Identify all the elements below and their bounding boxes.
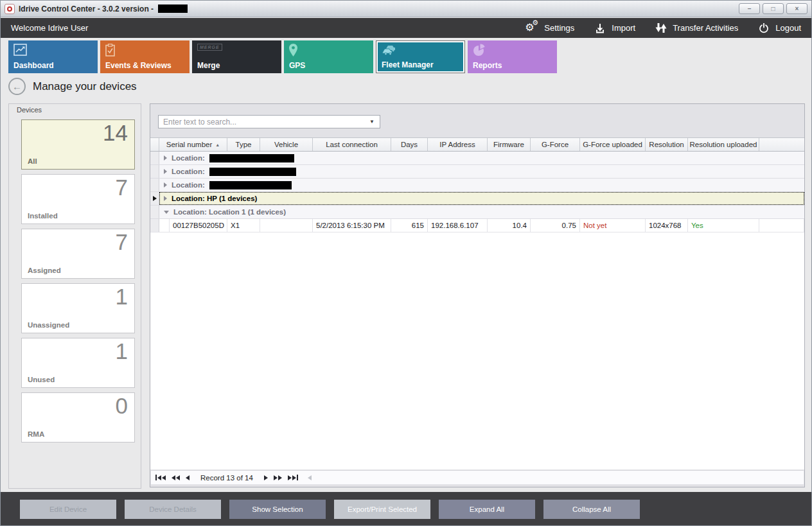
card-count: 14 [103, 120, 128, 146]
close-button[interactable]: × [786, 3, 808, 14]
card-count: 0 [116, 393, 128, 419]
tab-reports[interactable]: Reports [468, 40, 557, 73]
import-menu-item[interactable]: Import [594, 22, 635, 34]
welcome-text: Welcome Idrive User [11, 23, 88, 33]
hscroll-left-arrow[interactable] [308, 475, 312, 480]
device-filter-card-rma[interactable]: 0 RMA [21, 392, 135, 443]
group-label: Location: [172, 181, 205, 189]
cell-days: 615 [391, 219, 428, 232]
back-button[interactable]: ← [8, 78, 26, 95]
tab-fleet-manager[interactable]: Fleet Manager [376, 40, 465, 73]
collapse-all-button[interactable]: Collapse All [543, 500, 640, 519]
device-filter-card-unused[interactable]: 1 Unused [21, 338, 135, 388]
column-header-ip-address[interactable]: IP Address [428, 138, 488, 151]
tab-events-reviews[interactable]: Events & Reviews [100, 40, 190, 73]
tab-label: Reports [473, 61, 502, 70]
device-details-button[interactable]: Device Details [125, 500, 221, 519]
edit-device-button[interactable]: Edit Device [20, 500, 116, 519]
export-print-selected-button[interactable]: Export/Print Selected [334, 500, 430, 519]
tab-label: Merge [197, 61, 220, 70]
tab-dashboard[interactable]: Dashboard [8, 40, 98, 73]
cell-ip-address: 192.168.6.107 [428, 219, 488, 232]
tab-label: Fleet Manager [382, 60, 434, 69]
row-indicator-cell [150, 179, 159, 191]
last-record-button[interactable] [288, 475, 298, 480]
search-input[interactable] [162, 117, 367, 127]
clipboard-check-icon [105, 44, 115, 59]
group-row-content[interactable]: Location: HP (1 devices) [159, 192, 804, 205]
device-filter-card-installed[interactable]: 7 Installed [21, 174, 135, 224]
map-pin-icon [289, 44, 297, 59]
next-record-button[interactable] [264, 475, 268, 480]
transfer-activities-menu-item[interactable]: Transfer Activities [655, 22, 738, 34]
grid-indicator-header [150, 138, 159, 151]
device-filter-card-all[interactable]: 14 All [21, 119, 135, 170]
group-label: Location: HP (1 devices) [172, 195, 257, 202]
expand-collapsed-icon[interactable] [164, 155, 167, 161]
expand-collapsed-icon[interactable] [164, 182, 167, 188]
column-header-gforce[interactable]: G-Force [531, 138, 580, 151]
group-row-content[interactable]: Location: [159, 152, 804, 164]
group-row-selected: Location: HP (1 devices) [150, 192, 804, 206]
line-chart-icon [13, 44, 27, 58]
column-header-resolution[interactable]: Resolution [646, 138, 688, 151]
module-tiles: Dashboard Events & Reviews MERGE Merge G… [8, 40, 557, 73]
show-selection-button[interactable]: Show Selection [229, 500, 326, 519]
column-header-days[interactable]: Days [391, 138, 428, 151]
search-combobox[interactable]: ▼ [158, 115, 380, 128]
app-logo-icon [4, 4, 15, 14]
column-header-firmware[interactable]: Firmware [488, 138, 531, 151]
redacted-location-text [209, 154, 294, 162]
window-title: Idrive Control Center - 3.0.2 version - [19, 4, 154, 13]
card-label: RMA [28, 430, 44, 438]
column-header-last-connection[interactable]: Last connection [313, 138, 391, 151]
maximize-button[interactable]: □ [763, 3, 784, 14]
row-indicator-cell [150, 192, 159, 205]
expand-collapsed-icon[interactable] [164, 196, 167, 201]
expand-all-button[interactable]: Expand All [439, 500, 535, 519]
group-row-content[interactable]: Location: Location 1 (1 devices) [159, 206, 804, 218]
group-row-content[interactable]: Location: [159, 179, 804, 191]
column-header-vehicle[interactable]: Vehicle [260, 138, 313, 151]
card-count: 7 [116, 229, 128, 255]
column-header-gforce-uploaded[interactable]: G-Force uploaded [580, 138, 646, 151]
group-row-content[interactable]: Location: [159, 165, 804, 178]
cell-vehicle [260, 219, 313, 232]
settings-menu-item[interactable]: ⚙⚙ Settings [525, 22, 574, 35]
device-data-row[interactable]: 00127B50205D X1 5/2/2013 6:15:30 PM 615 … [150, 219, 804, 232]
cell-resolution-uploaded: Yes [688, 219, 759, 232]
merge-badge-icon: MERGE [197, 44, 222, 51]
first-record-button[interactable] [155, 475, 166, 480]
tab-label: GPS [289, 61, 305, 70]
logout-menu-item[interactable]: Logout [757, 22, 801, 34]
minimize-button[interactable]: – [739, 3, 760, 14]
tab-label: Dashboard [13, 61, 54, 70]
tab-gps[interactable]: GPS [284, 40, 373, 73]
card-label: Unassigned [28, 321, 69, 329]
record-counter: Record 13 of 14 [200, 474, 253, 482]
row-indicator-cell [150, 152, 159, 164]
grid-header-row: Serial number ▲ Type Vehicle Last connec… [150, 137, 804, 152]
tab-merge[interactable]: MERGE Merge [192, 40, 281, 73]
card-label: Unused [28, 376, 55, 383]
cell-last-connection: 5/2/2013 6:15:30 PM [313, 219, 391, 232]
expand-collapsed-icon[interactable] [164, 169, 167, 174]
group-row: Location: [150, 165, 804, 179]
expand-expanded-icon[interactable] [164, 211, 169, 214]
group-label: Location: [172, 154, 205, 162]
group-row-expanded: Location: Location 1 (1 devices) [150, 206, 804, 219]
previous-page-button[interactable] [172, 475, 180, 480]
redacted-title-text [158, 4, 188, 13]
previous-record-button[interactable] [186, 475, 190, 480]
device-filter-card-assigned[interactable]: 7 Assigned [21, 229, 135, 279]
device-filter-card-unassigned[interactable]: 1 Unassigned [21, 283, 135, 333]
next-page-button[interactable] [274, 475, 282, 480]
gears-icon: ⚙⚙ [525, 22, 539, 35]
cell-serial-number: 00127B50205D [170, 219, 227, 232]
download-icon [594, 22, 606, 34]
power-icon [757, 22, 770, 34]
column-header-serial-number[interactable]: Serial number ▲ [159, 138, 227, 151]
column-header-resolution-uploaded[interactable]: Resolution uploaded [688, 138, 759, 151]
column-header-type[interactable]: Type [227, 138, 260, 151]
dropdown-arrow-icon[interactable]: ▼ [367, 119, 376, 125]
